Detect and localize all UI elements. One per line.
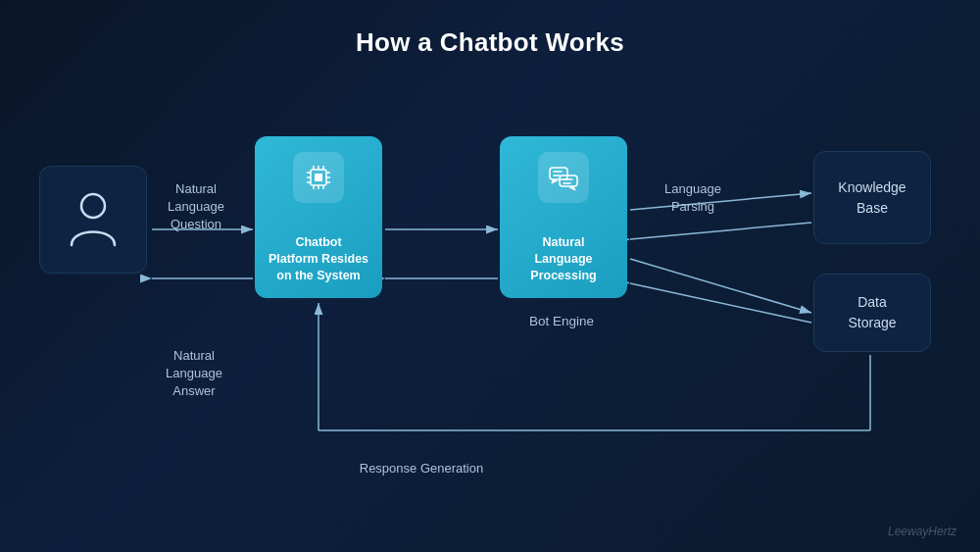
- nlp-label: Natural Language Processing: [500, 234, 627, 284]
- svg-rect-28: [550, 168, 567, 179]
- data-storage-label: Data Storage: [848, 292, 896, 333]
- nlp-box: Natural Language Processing: [500, 136, 627, 298]
- diagram-area: Chatbot Platform Resides on the System N…: [0, 77, 980, 552]
- response-gen-label: Response Generation: [323, 460, 519, 477]
- page-title: How a Chatbot Works: [0, 0, 980, 68]
- bot-engine-label: Bot Engine: [498, 313, 625, 331]
- chatbot-platform-label: Chatbot Platform Resides on the System: [255, 234, 382, 284]
- knowledge-base-box: Knowledge Base: [813, 151, 931, 244]
- chatbot-platform-box: Chatbot Platform Resides on the System: [255, 136, 382, 298]
- svg-line-7: [630, 223, 811, 239]
- svg-line-8: [630, 259, 811, 313]
- lang-parsing-label: Language Parsing: [639, 180, 747, 216]
- nl-question-label: Natural Language Question: [152, 180, 240, 234]
- svg-rect-29: [560, 176, 577, 186]
- svg-line-9: [630, 283, 811, 323]
- svg-rect-15: [315, 174, 322, 181]
- watermark: LeewayHertz: [888, 525, 956, 538]
- knowledge-base-label: Knowledge Base: [838, 177, 906, 219]
- chatbot-icon: [293, 152, 344, 203]
- svg-point-13: [81, 194, 105, 218]
- nl-answer-label: Natural Language Answer: [145, 347, 243, 401]
- data-storage-box: Data Storage: [813, 274, 931, 352]
- user-box: [39, 166, 147, 274]
- nlp-icon: [538, 152, 589, 203]
- user-icon: [64, 188, 122, 252]
